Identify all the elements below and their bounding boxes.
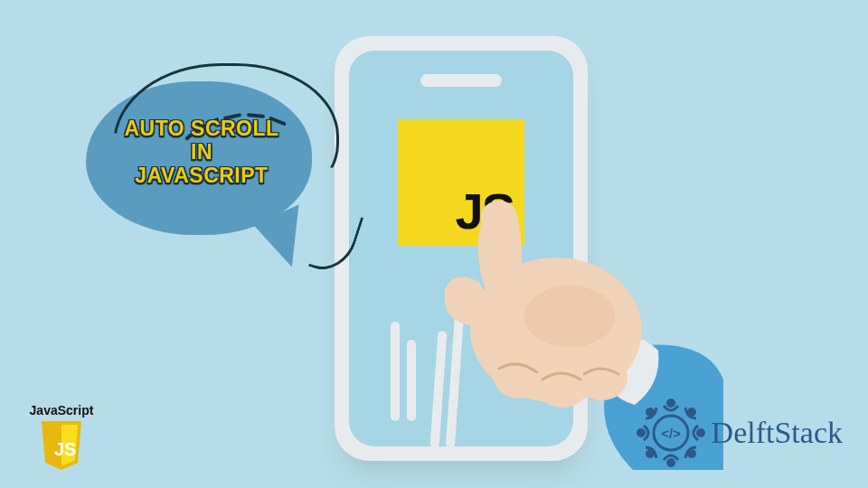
svg-point-10	[696, 428, 705, 437]
svg-point-4	[481, 201, 517, 233]
speech-bubble: AUTO SCROLL IN JAVASCRIPT	[86, 63, 348, 271]
svg-point-8	[666, 399, 675, 408]
phone-notch	[420, 74, 502, 87]
javascript-badge: JavaScript J S	[22, 403, 101, 472]
svg-text:</>: </>	[661, 426, 681, 441]
svg-point-3	[577, 355, 627, 400]
headline-line-1: AUTO SCROLL	[111, 117, 292, 141]
headline-text: AUTO SCROLL IN JAVASCRIPT	[111, 117, 292, 187]
svg-point-12	[666, 458, 675, 467]
screen-scroll-line	[391, 322, 400, 421]
javascript-badge-label: JavaScript	[22, 403, 101, 418]
svg-point-14	[637, 428, 646, 437]
javascript-shield-icon: J S	[38, 419, 85, 472]
headline-line-2: IN	[111, 141, 292, 164]
svg-text:S: S	[64, 439, 76, 459]
delftstack-mark-icon: </>	[636, 398, 706, 468]
delftstack-wordmark: DelftStack	[712, 416, 843, 450]
delftstack-logo: </> DelftStack	[636, 398, 843, 468]
svg-point-5	[524, 286, 615, 347]
svg-text:J: J	[54, 439, 64, 459]
screen-scroll-line	[407, 340, 416, 421]
headline-line-3: JAVASCRIPT	[111, 164, 292, 188]
